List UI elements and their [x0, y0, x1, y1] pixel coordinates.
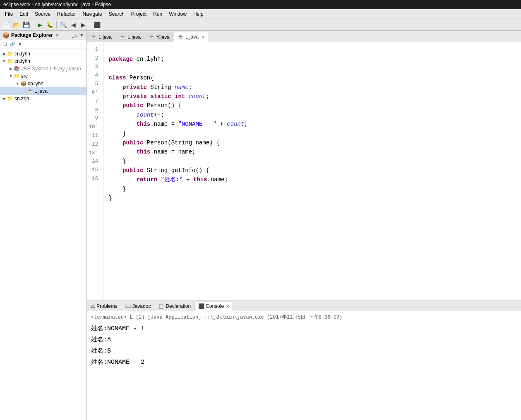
tree-label-ljava: L.java	[34, 88, 48, 94]
tree-arrow-jre: ▶	[8, 67, 13, 71]
code-line-2	[108, 65, 112, 72]
panel-toolbar: ⊟ 🔗 ▼	[0, 40, 86, 48]
code-line-6: public Person() {	[108, 102, 181, 109]
right-panel: ☕ L.java ☕ L.java ☕ Y.java ☕ L.java ✕ 1 …	[87, 31, 521, 420]
line-num-7: 7	[89, 97, 101, 106]
tab-problems[interactable]: ⚠ Problems	[87, 302, 121, 311]
tab-problems-label: Problems	[96, 303, 118, 309]
main-layout: 📦 Package Explorer ✕ _ □ ▼ ⊟ 🔗 ▼ ▶ 📁 cn.…	[0, 31, 521, 420]
code-line-11: this.name = name;	[108, 149, 195, 155]
line-num-8: 8	[89, 106, 101, 115]
line-num-4: 4	[89, 71, 101, 80]
tab-label-3: Y.java	[156, 34, 170, 40]
menu-navigate[interactable]: Navigate	[79, 10, 105, 18]
tree-icon-cnzrjh: 📁	[7, 95, 13, 102]
toolbar-debug-btn[interactable]: 🐛	[45, 20, 54, 29]
tree-label-cnzrjh: cn.zrjh	[14, 96, 29, 101]
tab-label-4: L.java	[185, 34, 199, 40]
line-num-1: 1	[89, 46, 101, 54]
console-close-icon[interactable]: ✕	[226, 304, 229, 309]
bottom-tabs: ⚠ Problems 📖 Javadoc 📋 Declaration ⬛ Con…	[87, 300, 521, 311]
toolbar-open-btn[interactable]: 📂	[12, 20, 21, 29]
panel-title-area: 📦 Package Explorer ✕	[2, 32, 59, 38]
toolbar-console-btn[interactable]: ⬛	[92, 20, 101, 29]
tree-item-cnlyhh-expanded[interactable]: ▼ 📁 cn.lyhh	[0, 58, 86, 65]
code-line-13: public String getInfo() {	[108, 167, 209, 174]
menu-search[interactable]: Search	[106, 10, 128, 18]
panel-view-menu-btn[interactable]: ▼	[79, 33, 84, 38]
code-line-16: }	[108, 195, 112, 202]
code-content[interactable]: package cn.lyhh; class Person{ private S…	[103, 42, 521, 300]
code-line-15: }	[108, 186, 126, 192]
tree-arrow-pkg: ▼	[15, 82, 20, 86]
code-line-1: package cn.lyhh;	[108, 56, 164, 62]
panel-maximize-btn[interactable]: □	[75, 33, 78, 38]
editor-tab-1[interactable]: ☕ L.java	[87, 32, 115, 42]
tab-label-2: L.java	[127, 34, 141, 40]
line-num-2: 2	[89, 54, 101, 63]
tree-item-cnzrjh[interactable]: ▶ 📁 cn.zrjh	[0, 95, 86, 102]
editor-tab-2[interactable]: ☕ L.java	[116, 32, 144, 42]
panel-tool-menu-btn[interactable]: ▼	[17, 41, 23, 47]
tree-arrow-expanded: ▼	[2, 59, 7, 63]
code-line-8: this.name = "NONAME - " + count;	[108, 121, 247, 127]
panel-header: 📦 Package Explorer ✕ _ □ ▼	[0, 31, 86, 40]
console-line-4: 姓名:NONAME - 2	[91, 357, 517, 368]
tab-icon-2: ☕	[120, 34, 126, 40]
tab-close-4[interactable]: ✕	[201, 35, 204, 39]
menu-edit[interactable]: Edit	[16, 10, 31, 18]
line-num-15: 15	[89, 166, 101, 175]
panel-pin-icon: ✕	[55, 33, 59, 38]
bottom-panel: ⚠ Problems 📖 Javadoc 📋 Declaration ⬛ Con…	[87, 300, 521, 420]
tree-label-jre: JRE System Library [Java5	[21, 66, 81, 72]
toolbar-save-btn[interactable]: 💾	[22, 20, 31, 29]
menu-project[interactable]: Project	[128, 10, 150, 18]
code-editor[interactable]: 1 2 3 4 5 6° 7 8 9 10° 11 12 13° 14 15 1…	[87, 42, 521, 300]
toolbar-run-btn[interactable]: ▶	[35, 20, 44, 29]
tree-icon-jre: 📚	[13, 65, 20, 72]
tree-item-ljava[interactable]: ▶ ☕ L.java	[0, 87, 86, 95]
tree-item-cnlyhh-collapsed[interactable]: ▶ 📁 cn.lyhh	[0, 50, 86, 58]
tab-console-label: Console	[206, 303, 224, 309]
toolbar-back-btn[interactable]: ◀	[69, 20, 78, 29]
toolbar-forward-btn[interactable]: ▶	[79, 20, 88, 29]
code-line-9: }	[108, 130, 126, 137]
line-num-16: 16	[89, 175, 101, 183]
editor-tab-3[interactable]: ☕ Y.java	[145, 32, 173, 42]
toolbar-search-btn[interactable]: 🔍	[59, 20, 68, 29]
editor-tabs: ☕ L.java ☕ L.java ☕ Y.java ☕ L.java ✕	[87, 31, 521, 42]
console-line-1: 姓名:NONAME - 1	[91, 323, 517, 334]
menu-run[interactable]: Run	[150, 10, 166, 18]
link-editor-btn[interactable]: 🔗	[9, 41, 16, 47]
menu-source[interactable]: Source	[31, 10, 54, 18]
line-num-6: 6°	[89, 89, 101, 97]
problems-icon: ⚠	[91, 303, 95, 309]
code-line-3: class Person{	[108, 74, 154, 81]
line-num-12: 12	[89, 140, 101, 149]
tree-item-jre[interactable]: ▶ 📚 JRE System Library [Java5	[0, 65, 86, 72]
panel-title: Package Explorer	[11, 32, 53, 38]
console-terminated-text: <terminated> L (2) [Java Application] F:…	[91, 314, 517, 321]
menu-window[interactable]: Window	[166, 10, 190, 18]
console-line-3: 姓名:B	[91, 346, 517, 357]
toolbar-new-btn[interactable]: 📄	[2, 20, 11, 29]
toolbar: 📄 📂 💾 ▶ 🐛 🔍 ◀ ▶ ⬛	[0, 19, 521, 31]
tree-icon-ljava: ☕	[26, 88, 33, 94]
panel-minimize-btn[interactable]: _	[72, 33, 74, 38]
menu-refactor[interactable]: Refactor	[54, 10, 79, 18]
tab-declaration[interactable]: 📋 Declaration	[154, 302, 194, 311]
tree-item-src[interactable]: ▼ 📁 src	[0, 72, 86, 80]
editor-tab-4[interactable]: ☕ L.java ✕	[174, 32, 208, 42]
panel-header-btns: _ □ ▼	[72, 33, 84, 38]
tab-javadoc[interactable]: 📖 Javadoc	[121, 302, 155, 311]
collapse-all-btn[interactable]: ⊟	[2, 41, 8, 47]
menu-file[interactable]: File	[2, 10, 16, 18]
tree-item-pkg[interactable]: ▼ 📦 cn.lyhh	[0, 80, 86, 87]
left-panel: 📦 Package Explorer ✕ _ □ ▼ ⊟ 🔗 ▼ ▶ 📁 cn.…	[0, 31, 87, 420]
tab-console[interactable]: ⬛ Console ✕	[194, 302, 233, 311]
declaration-icon: 📋	[158, 303, 164, 309]
menu-help[interactable]: Help	[190, 10, 207, 18]
tree-arrow-src: ▼	[8, 74, 13, 78]
menubar: File Edit Source Refactor Navigate Searc…	[0, 9, 521, 19]
tree-arrow: ▶	[2, 52, 7, 56]
